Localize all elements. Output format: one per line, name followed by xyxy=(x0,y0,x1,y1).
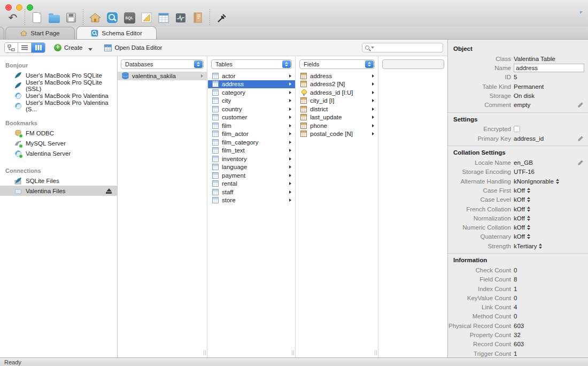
save-button[interactable] xyxy=(64,11,78,25)
new-document-button[interactable] xyxy=(30,11,44,25)
sidebar-item-sqlite-ssl-bonjour[interactable]: User's MacBook Pro SQLite (SSL) xyxy=(0,80,117,90)
home-icon xyxy=(89,12,101,23)
edit-pencil-icon[interactable] xyxy=(577,102,584,108)
collation-section-header: Collation Settings xyxy=(448,146,588,158)
stepper-icon[interactable] xyxy=(556,179,559,184)
dropdown-value[interactable]: kOff xyxy=(514,215,525,222)
table-row[interactable]: customer xyxy=(208,113,295,122)
table-row[interactable]: film_category xyxy=(208,138,295,147)
stepper-icon[interactable] xyxy=(527,207,530,212)
start-page-button[interactable] xyxy=(88,11,102,25)
tree-view-button[interactable] xyxy=(5,43,18,52)
list-view-button[interactable] xyxy=(18,43,32,52)
diagram-editor-button[interactable] xyxy=(140,11,153,25)
table-row[interactable]: payment xyxy=(208,171,295,180)
sql-editor-button[interactable]: SQL xyxy=(122,11,136,25)
undo-button[interactable]: ↶ xyxy=(6,11,20,25)
data-editor-button[interactable] xyxy=(157,11,171,25)
tables-type-dropdown[interactable]: Tables xyxy=(211,59,292,69)
tab-schema-editor[interactable]: Schema Editor xyxy=(76,26,157,39)
case-first-row: Case First kOff xyxy=(448,186,588,195)
table-row[interactable]: country xyxy=(208,105,295,113)
property-value: empty xyxy=(514,102,530,108)
search-input[interactable] xyxy=(374,44,440,51)
field-row[interactable]: address_id [I:U] xyxy=(296,88,378,97)
table-name: category xyxy=(222,89,245,96)
field-row[interactable]: last_update xyxy=(296,113,378,122)
stepper-icon[interactable] xyxy=(527,188,530,193)
database-row[interactable]: valentina_sakila xyxy=(118,72,207,80)
databases-type-dropdown[interactable]: Databases xyxy=(121,59,204,69)
field-row[interactable]: phone xyxy=(296,121,378,130)
fields-type-dropdown[interactable]: Fields xyxy=(299,59,375,69)
dropdown-value[interactable]: kOff xyxy=(514,224,525,231)
tab-start-page[interactable]: Start Page xyxy=(5,27,75,39)
open-data-editor-button[interactable]: Open Data Editor xyxy=(104,44,163,51)
property-inspector: Object Class Valentina Table Name ID 5 T… xyxy=(447,40,588,357)
connect-button[interactable] xyxy=(215,11,229,25)
field-row[interactable]: address xyxy=(296,72,378,80)
dropdown-value[interactable]: kTertiary xyxy=(514,243,537,249)
table-row[interactable]: language xyxy=(208,163,295,172)
schema-editor-button[interactable] xyxy=(105,11,119,25)
table-row[interactable]: inventory xyxy=(208,155,295,163)
table-row[interactable]: city xyxy=(208,97,295,105)
stepper-icon[interactable] xyxy=(527,234,530,239)
edit-pencil-icon[interactable] xyxy=(577,135,584,142)
field-row[interactable]: address2 [N] xyxy=(296,80,378,89)
plus-icon: + xyxy=(54,44,61,51)
column-resize-grip[interactable] xyxy=(292,350,295,355)
column-resize-grip[interactable] xyxy=(375,350,377,355)
disclosure-arrow-icon xyxy=(289,132,291,135)
table-icon xyxy=(212,164,219,170)
property-value: 1 xyxy=(514,286,517,292)
stepper-icon[interactable] xyxy=(527,216,530,221)
property-label: Property Count xyxy=(448,332,511,338)
table-row[interactable]: category xyxy=(208,88,295,97)
method-count-row: Method Count 0 xyxy=(448,312,588,321)
table-row[interactable]: staff xyxy=(208,188,295,196)
dropdown-value[interactable]: kNonIgnorable xyxy=(514,178,554,185)
table-row[interactable]: film_actor xyxy=(208,130,295,139)
sidebar-item-valentina-server[interactable]: Valentina Server xyxy=(0,148,117,158)
sidebar-item-valentina-ssl-bonjour[interactable]: User's MacBook Pro Valentina (S... xyxy=(0,101,117,111)
eject-icon[interactable] xyxy=(106,188,112,194)
column-view-button[interactable] xyxy=(32,43,45,52)
search-field[interactable] xyxy=(362,43,443,52)
sidebar-item-fm-odbc[interactable]: FM ODBC xyxy=(0,128,117,138)
disclosure-arrow-icon xyxy=(289,91,291,94)
dropdown-value[interactable]: kOff xyxy=(514,196,525,203)
edit-pencil-icon[interactable] xyxy=(577,159,584,166)
stepper-icon[interactable] xyxy=(527,197,530,202)
table-row[interactable]: film_text xyxy=(208,147,295,155)
table-row[interactable]: rental xyxy=(208,180,295,188)
empty-column xyxy=(379,56,447,357)
property-label: Numeric Collation xyxy=(448,224,511,231)
table-name: country xyxy=(222,106,242,112)
stepper-icon[interactable] xyxy=(539,243,542,249)
name-input[interactable] xyxy=(514,64,584,72)
field-row[interactable]: city_id [I] xyxy=(296,97,378,105)
field-row[interactable]: district xyxy=(296,105,378,113)
column-resize-grip[interactable] xyxy=(204,350,206,355)
stepper-icon[interactable] xyxy=(527,225,530,230)
table-row[interactable]: actor xyxy=(208,72,295,80)
locale-name-row: Locale Name en_GB xyxy=(448,158,588,167)
dropdown-value[interactable]: kOff xyxy=(514,187,525,194)
property-label: French Collation xyxy=(448,206,511,212)
open-button[interactable] xyxy=(47,11,61,25)
server-admin-button[interactable] xyxy=(174,11,188,25)
field-row[interactable]: postal_code [N] xyxy=(296,130,378,139)
table-row-selected[interactable]: address xyxy=(208,80,295,89)
sidebar-item-mysql-server[interactable]: MySQL Server xyxy=(0,138,117,148)
sidebar-item-sqlite-files[interactable]: SQLite Files xyxy=(0,176,117,186)
report-editor-button[interactable] xyxy=(191,11,205,25)
property-value: 4 xyxy=(514,304,517,310)
dropdown-value[interactable]: kOff xyxy=(514,206,525,212)
table-row[interactable]: store xyxy=(208,196,295,205)
encrypted-checkbox[interactable] xyxy=(514,126,520,132)
sidebar-item-valentina-files[interactable]: Valentina Files xyxy=(0,186,117,196)
dropdown-value[interactable]: kOff xyxy=(514,233,525,240)
table-row[interactable]: film xyxy=(208,121,295,130)
create-button[interactable]: + Create xyxy=(54,44,92,51)
